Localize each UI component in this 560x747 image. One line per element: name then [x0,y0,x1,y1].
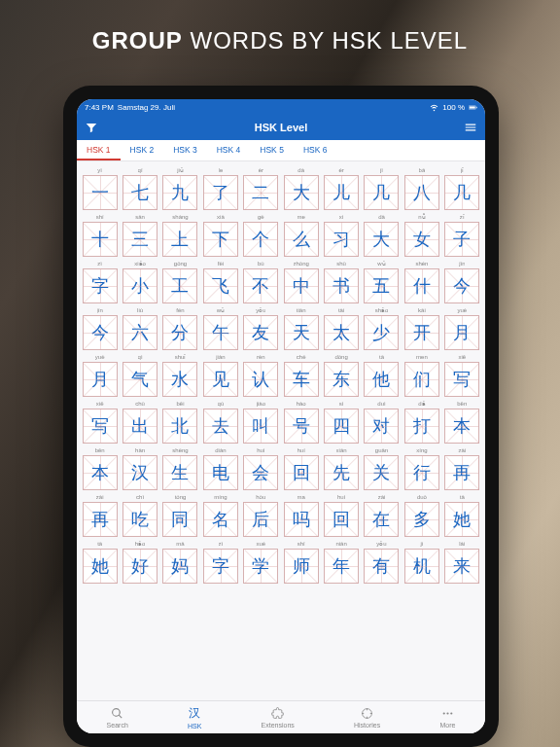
character-cell[interactable]: chī吃 [121,492,158,537]
character-cell[interactable]: jiàn见 [201,352,239,397]
character-cell[interactable]: hàn汉 [121,445,158,490]
character-cell[interactable]: běn本 [81,445,119,490]
character-cell[interactable]: dà大 [282,165,320,210]
character-cell[interactable]: tā她 [81,539,119,584]
character-cell[interactable]: tiān天 [282,305,320,350]
tab-hsk-1[interactable]: HSK 1 [77,140,121,160]
character-cell[interactable]: wǔ午 [201,305,239,350]
character-cell[interactable]: zì字 [81,259,119,303]
character-cell[interactable]: xià下 [201,212,239,257]
character-cell[interactable]: xiě写 [81,399,119,444]
character-cell[interactable]: duō多 [402,492,440,537]
character-cell[interactable]: qī七 [121,165,158,210]
character-cell[interactable]: nián年 [322,539,360,584]
character-cell[interactable]: xiě写 [443,352,481,397]
tabbar-extensions[interactable]: Extensions [262,707,295,729]
character-cell[interactable]: èr二 [242,165,280,210]
character-cell[interactable]: míng名 [201,492,239,537]
character-cell[interactable]: dōng东 [322,352,360,397]
character-cell[interactable]: sì四 [322,399,360,444]
character-cell[interactable]: men们 [402,352,440,397]
character-cell[interactable]: běn本 [443,399,481,444]
character-cell[interactable]: ma吗 [282,492,320,537]
character-cell[interactable]: jiào叫 [242,399,280,444]
character-cell[interactable]: yǒu友 [242,305,280,350]
filter-icon[interactable] [85,121,98,134]
character-cell[interactable]: zài再 [443,445,481,490]
character-cell[interactable]: liù六 [121,305,158,350]
character-cell[interactable]: le了 [201,165,239,210]
character-cell[interactable]: bā八 [402,165,440,210]
character-cell[interactable]: chū出 [121,399,158,444]
character-cell[interactable]: huì会 [242,445,280,490]
character-cell[interactable]: běi北 [161,399,199,444]
character-cell[interactable]: jǐ几 [443,165,481,210]
character-cell[interactable]: yǒu有 [363,539,401,584]
character-cell[interactable]: shū书 [322,259,360,303]
character-cell[interactable]: tóng同 [161,492,199,537]
character-cell[interactable]: tài太 [322,305,360,350]
character-cell[interactable]: rèn认 [242,352,280,397]
tabbar-search[interactable]: Search [107,707,128,729]
character-cell[interactable]: hǎo好 [121,539,158,584]
character-cell[interactable]: jī机 [402,539,440,584]
character-cell[interactable]: hòu后 [242,492,280,537]
character-cell[interactable]: jīn今 [81,305,119,350]
character-cell[interactable]: shén什 [402,259,440,303]
character-cell[interactable]: ér儿 [322,165,360,210]
character-cell[interactable]: xíng行 [402,445,440,490]
tabbar-hsk[interactable]: 汉HSK [188,705,201,729]
character-cell[interactable]: xí习 [322,212,360,257]
character-cell[interactable]: tā他 [363,352,401,397]
character-cell[interactable]: jīn今 [443,259,481,303]
character-cell[interactable]: kāi开 [402,305,440,350]
character-cell[interactable]: zài在 [363,492,401,537]
character-cell[interactable]: huí回 [282,445,320,490]
character-cell[interactable]: zhōng中 [282,259,320,303]
character-cell[interactable]: zài再 [81,492,119,537]
character-cell[interactable]: yī一 [81,165,119,210]
character-cell[interactable]: zǐ子 [443,212,481,257]
character-cell[interactable]: guān关 [363,445,401,490]
character-cell[interactable]: shī师 [282,539,320,584]
character-cell[interactable]: shàng上 [161,212,199,257]
character-cell[interactable]: me么 [282,212,320,257]
tab-hsk-2[interactable]: HSK 2 [121,140,164,160]
character-cell[interactable]: jī几 [363,165,401,210]
character-cell[interactable]: qù去 [201,399,239,444]
character-cell[interactable]: dà大 [363,212,401,257]
character-cell[interactable]: sān三 [121,212,158,257]
character-cell[interactable]: yuè月 [81,352,119,397]
tab-hsk-5[interactable]: HSK 5 [250,140,294,160]
character-cell[interactable]: wǔ五 [363,259,401,303]
character-cell[interactable]: fēi飞 [201,259,239,303]
character-cell[interactable]: gè个 [242,212,280,257]
character-cell[interactable]: lái来 [443,539,481,584]
character-cell[interactable]: shǎo少 [363,305,401,350]
character-cell[interactable]: dǎ打 [402,399,440,444]
character-cell[interactable]: yuè月 [443,305,481,350]
character-cell[interactable]: nǚ女 [402,212,440,257]
character-cell[interactable]: zì字 [201,539,239,584]
character-cell[interactable]: shí十 [81,212,119,257]
character-cell[interactable]: jiǔ九 [161,165,199,210]
tab-hsk-6[interactable]: HSK 6 [294,140,337,160]
character-cell[interactable]: bù不 [242,259,280,303]
tabbar-more[interactable]: More [439,707,455,729]
character-cell[interactable]: fēn分 [161,305,199,350]
character-cell[interactable]: mā妈 [161,539,199,584]
character-cell[interactable]: gōng工 [161,259,199,303]
character-cell[interactable]: qì气 [121,352,158,397]
character-cell[interactable]: duì对 [363,399,401,444]
character-cell[interactable]: xiǎo小 [121,259,158,303]
character-cell[interactable]: hào号 [282,399,320,444]
character-cell[interactable]: huí回 [322,492,360,537]
character-cell[interactable]: shuǐ水 [161,352,199,397]
tab-hsk-3[interactable]: HSK 3 [163,140,207,160]
character-cell[interactable]: xué学 [242,539,280,584]
menu-icon[interactable] [464,121,477,134]
tabbar-histories[interactable]: Histories [354,707,380,729]
character-cell[interactable]: shēng生 [161,445,199,490]
character-cell[interactable]: tā她 [443,492,481,537]
tab-hsk-4[interactable]: HSK 4 [207,140,251,160]
